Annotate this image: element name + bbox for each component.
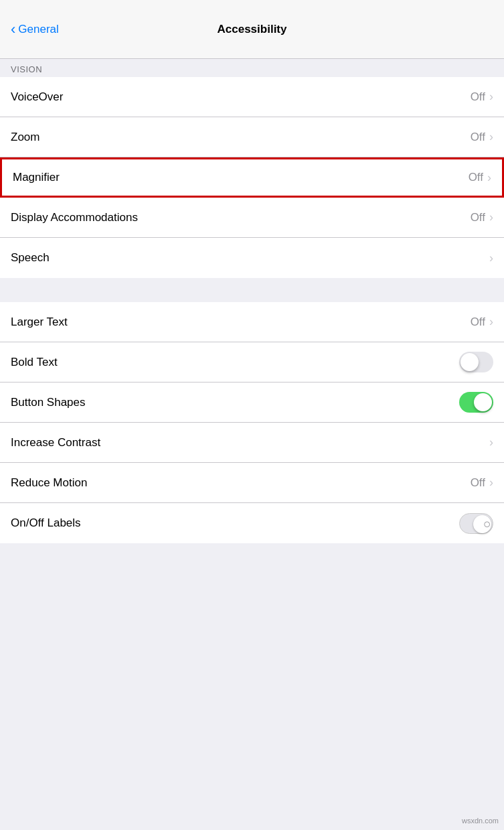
display-accommodations-label: Display Accommodations (11, 211, 138, 224)
voiceover-chevron-icon: › (489, 90, 493, 104)
magnifier-row[interactable]: Magnifier Off › (0, 157, 504, 198)
vision-section: VoiceOver Off › Zoom Off › Magnifier Off… (0, 77, 504, 278)
button-shapes-toggle-knob (474, 393, 492, 411)
larger-text-chevron-icon: › (489, 315, 493, 329)
reduce-motion-chevron-icon: › (489, 476, 493, 490)
reduce-motion-status: Off (471, 476, 485, 490)
section-spacer (0, 278, 504, 302)
larger-text-status: Off (471, 316, 485, 329)
zoom-status: Off (471, 131, 485, 144)
button-shapes-label: Button Shapes (11, 396, 86, 409)
display-accommodations-status: Off (471, 211, 485, 224)
increase-contrast-right: › (489, 435, 493, 449)
magnifier-label: Magnifier (13, 171, 60, 184)
watermark: wsxdn.com (462, 817, 499, 825)
magnifier-right: Off › (469, 171, 491, 185)
page-title: Accessibility (218, 23, 287, 36)
on-off-labels-row[interactable]: On/Off Labels ◯ (0, 503, 504, 543)
speech-row[interactable]: Speech › (0, 238, 504, 278)
back-label: General (18, 23, 58, 36)
zoom-right: Off › (471, 130, 493, 144)
voiceover-label: VoiceOver (11, 90, 63, 104)
speech-right: › (489, 251, 493, 265)
bold-text-label: Bold Text (11, 356, 58, 369)
magnifier-status: Off (469, 171, 483, 184)
interaction-section: Larger Text Off › Bold Text Button Shape… (0, 302, 504, 543)
increase-contrast-row[interactable]: Increase Contrast › (0, 423, 504, 463)
on-off-labels-toggle[interactable]: ◯ (459, 513, 493, 534)
increase-contrast-chevron-icon: › (489, 435, 493, 449)
bold-text-row[interactable]: Bold Text (0, 342, 504, 383)
back-button[interactable]: ‹ General (11, 22, 59, 37)
display-accommodations-right: Off › (471, 210, 493, 224)
on-off-labels-toggle-knob: ◯ (473, 515, 491, 533)
bold-text-toggle-knob (460, 353, 479, 371)
button-shapes-row[interactable]: Button Shapes (0, 383, 504, 423)
larger-text-right: Off › (471, 315, 493, 329)
button-shapes-toggle[interactable] (459, 392, 493, 413)
reduce-motion-label: Reduce Motion (11, 476, 87, 490)
reduce-motion-right: Off › (471, 476, 493, 490)
larger-text-label: Larger Text (11, 316, 68, 329)
display-accommodations-row[interactable]: Display Accommodations Off › (0, 198, 504, 238)
reduce-motion-row[interactable]: Reduce Motion Off › (0, 463, 504, 503)
magnifier-chevron-icon: › (487, 171, 491, 185)
nav-bar: ‹ General Accessibility (0, 0, 504, 59)
speech-label: Speech (11, 251, 50, 265)
increase-contrast-label: Increase Contrast (11, 436, 100, 449)
display-accommodations-chevron-icon: › (489, 210, 493, 224)
back-chevron-icon: ‹ (11, 22, 15, 37)
zoom-row[interactable]: Zoom Off › (0, 117, 504, 157)
vision-section-header: VISION (0, 59, 504, 77)
voiceover-right: Off › (471, 90, 493, 104)
voiceover-row[interactable]: VoiceOver Off › (0, 77, 504, 117)
speech-chevron-icon: › (489, 251, 493, 265)
on-off-labels-label: On/Off Labels (11, 516, 81, 530)
zoom-chevron-icon: › (489, 130, 493, 144)
zoom-label: Zoom (11, 131, 39, 144)
larger-text-row[interactable]: Larger Text Off › (0, 302, 504, 342)
voiceover-status: Off (471, 90, 485, 104)
bold-text-toggle[interactable] (459, 352, 493, 372)
